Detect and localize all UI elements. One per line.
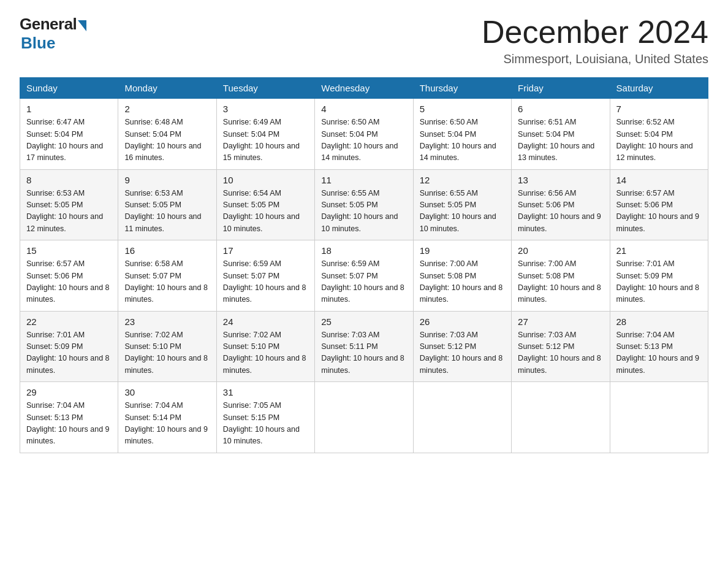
calendar-cell: 19Sunrise: 7:00 AMSunset: 5:08 PMDayligh… [413, 240, 511, 312]
calendar-cell: 27Sunrise: 7:03 AMSunset: 5:12 PMDayligh… [512, 311, 610, 382]
calendar-cell: 21Sunrise: 7:01 AMSunset: 5:09 PMDayligh… [610, 240, 708, 312]
calendar-cell: 14Sunrise: 6:57 AMSunset: 5:06 PMDayligh… [610, 169, 708, 240]
day-info: Sunrise: 6:53 AMSunset: 5:05 PMDaylight:… [26, 188, 112, 236]
calendar-cell: 28Sunrise: 7:04 AMSunset: 5:13 PMDayligh… [610, 311, 708, 382]
day-info: Sunrise: 7:02 AMSunset: 5:10 PMDaylight:… [124, 329, 210, 377]
day-number: 6 [518, 104, 603, 114]
calendar-cell: 26Sunrise: 7:03 AMSunset: 5:12 PMDayligh… [413, 311, 511, 382]
calendar-cell: 3Sunrise: 6:49 AMSunset: 5:04 PMDaylight… [216, 99, 314, 170]
day-number: 16 [124, 245, 210, 256]
logo-general-text: General [20, 15, 77, 34]
day-number: 5 [420, 104, 505, 114]
calendar-cell: 13Sunrise: 6:56 AMSunset: 5:06 PMDayligh… [512, 169, 610, 240]
calendar-cell: 31Sunrise: 7:05 AMSunset: 5:15 PMDayligh… [216, 382, 314, 453]
day-number: 13 [518, 175, 603, 185]
day-number: 14 [616, 175, 702, 185]
day-number: 25 [321, 316, 406, 327]
calendar-cell: 16Sunrise: 6:58 AMSunset: 5:07 PMDayligh… [118, 240, 216, 312]
day-info: Sunrise: 6:57 AMSunset: 5:06 PMDaylight:… [616, 188, 702, 236]
day-number: 27 [518, 316, 603, 327]
calendar-cell: 30Sunrise: 7:04 AMSunset: 5:14 PMDayligh… [118, 382, 216, 453]
column-header-saturday: Saturday [610, 78, 708, 99]
day-number: 18 [321, 245, 406, 256]
day-info: Sunrise: 7:04 AMSunset: 5:13 PMDaylight:… [26, 400, 112, 448]
logo: General Blue [20, 15, 86, 53]
calendar-cell: 18Sunrise: 6:59 AMSunset: 5:07 PMDayligh… [315, 240, 413, 312]
calendar-cell: 15Sunrise: 6:57 AMSunset: 5:06 PMDayligh… [20, 240, 118, 312]
calendar-cell [610, 382, 708, 453]
location-subtitle: Simmesport, Louisiana, United States [482, 52, 708, 66]
calendar-cell: 6Sunrise: 6:51 AMSunset: 5:04 PMDaylight… [512, 99, 610, 170]
column-header-wednesday: Wednesday [315, 78, 413, 99]
day-info: Sunrise: 7:05 AMSunset: 5:15 PMDaylight:… [223, 400, 308, 448]
day-number: 8 [26, 175, 112, 185]
calendar-cell: 11Sunrise: 6:55 AMSunset: 5:05 PMDayligh… [315, 169, 413, 240]
calendar-cell: 4Sunrise: 6:50 AMSunset: 5:04 PMDaylight… [315, 99, 413, 170]
calendar-cell: 9Sunrise: 6:53 AMSunset: 5:05 PMDaylight… [118, 169, 216, 240]
calendar-cell: 17Sunrise: 6:59 AMSunset: 5:07 PMDayligh… [216, 240, 314, 312]
calendar-week-row: 15Sunrise: 6:57 AMSunset: 5:06 PMDayligh… [20, 240, 708, 312]
day-number: 31 [223, 387, 308, 397]
day-number: 29 [26, 387, 112, 397]
day-number: 10 [223, 175, 308, 185]
page-header: General Blue December 2024 Simmesport, L… [20, 15, 708, 66]
day-number: 26 [420, 316, 505, 327]
day-number: 21 [616, 245, 702, 256]
day-info: Sunrise: 6:47 AMSunset: 5:04 PMDaylight:… [26, 117, 112, 164]
calendar-cell [413, 382, 511, 453]
day-number: 23 [124, 316, 210, 327]
day-info: Sunrise: 7:00 AMSunset: 5:08 PMDaylight:… [420, 258, 505, 306]
calendar-cell [512, 382, 610, 453]
day-number: 4 [321, 104, 406, 114]
day-number: 30 [124, 387, 210, 397]
column-header-friday: Friday [512, 78, 610, 99]
day-number: 7 [616, 104, 702, 114]
calendar-week-row: 8Sunrise: 6:53 AMSunset: 5:05 PMDaylight… [20, 169, 708, 240]
day-info: Sunrise: 6:53 AMSunset: 5:05 PMDaylight:… [124, 188, 210, 236]
day-info: Sunrise: 6:48 AMSunset: 5:04 PMDaylight:… [124, 117, 210, 164]
day-number: 2 [124, 104, 210, 114]
calendar-table: SundayMondayTuesdayWednesdayThursdayFrid… [20, 77, 708, 453]
column-header-sunday: Sunday [20, 78, 118, 99]
month-title: December 2024 [482, 15, 708, 50]
calendar-cell: 29Sunrise: 7:04 AMSunset: 5:13 PMDayligh… [20, 382, 118, 453]
calendar-cell: 1Sunrise: 6:47 AMSunset: 5:04 PMDaylight… [20, 99, 118, 170]
day-info: Sunrise: 7:01 AMSunset: 5:09 PMDaylight:… [26, 329, 112, 377]
calendar-week-row: 22Sunrise: 7:01 AMSunset: 5:09 PMDayligh… [20, 311, 708, 382]
calendar-cell: 25Sunrise: 7:03 AMSunset: 5:11 PMDayligh… [315, 311, 413, 382]
day-number: 24 [223, 316, 308, 327]
calendar-week-row: 29Sunrise: 7:04 AMSunset: 5:13 PMDayligh… [20, 382, 708, 453]
day-number: 3 [223, 104, 308, 114]
day-info: Sunrise: 7:03 AMSunset: 5:12 PMDaylight:… [420, 329, 505, 377]
day-info: Sunrise: 7:03 AMSunset: 5:11 PMDaylight:… [321, 329, 406, 377]
day-info: Sunrise: 6:51 AMSunset: 5:04 PMDaylight:… [518, 117, 603, 164]
calendar-cell: 23Sunrise: 7:02 AMSunset: 5:10 PMDayligh… [118, 311, 216, 382]
day-info: Sunrise: 7:03 AMSunset: 5:12 PMDaylight:… [518, 329, 603, 377]
calendar-cell: 7Sunrise: 6:52 AMSunset: 5:04 PMDaylight… [610, 99, 708, 170]
day-info: Sunrise: 7:02 AMSunset: 5:10 PMDaylight:… [223, 329, 308, 377]
day-info: Sunrise: 6:56 AMSunset: 5:06 PMDaylight:… [518, 188, 603, 236]
calendar-cell: 12Sunrise: 6:55 AMSunset: 5:05 PMDayligh… [413, 169, 511, 240]
calendar-cell: 2Sunrise: 6:48 AMSunset: 5:04 PMDaylight… [118, 99, 216, 170]
day-info: Sunrise: 7:04 AMSunset: 5:14 PMDaylight:… [124, 400, 210, 448]
day-info: Sunrise: 6:55 AMSunset: 5:05 PMDaylight:… [420, 188, 505, 236]
calendar-cell: 20Sunrise: 7:00 AMSunset: 5:08 PMDayligh… [512, 240, 610, 312]
day-info: Sunrise: 6:54 AMSunset: 5:05 PMDaylight:… [223, 188, 308, 236]
calendar-cell: 24Sunrise: 7:02 AMSunset: 5:10 PMDayligh… [216, 311, 314, 382]
day-number: 1 [26, 104, 112, 114]
calendar-cell [315, 382, 413, 453]
day-info: Sunrise: 6:49 AMSunset: 5:04 PMDaylight:… [223, 117, 308, 164]
day-info: Sunrise: 7:04 AMSunset: 5:13 PMDaylight:… [616, 329, 702, 377]
day-info: Sunrise: 6:50 AMSunset: 5:04 PMDaylight:… [420, 117, 505, 164]
day-info: Sunrise: 6:50 AMSunset: 5:04 PMDaylight:… [321, 117, 406, 164]
column-header-tuesday: Tuesday [216, 78, 314, 99]
logo-arrow-icon [78, 20, 86, 31]
column-header-monday: Monday [118, 78, 216, 99]
calendar-cell: 5Sunrise: 6:50 AMSunset: 5:04 PMDaylight… [413, 99, 511, 170]
calendar-cell: 8Sunrise: 6:53 AMSunset: 5:05 PMDaylight… [20, 169, 118, 240]
day-number: 11 [321, 175, 406, 185]
day-number: 15 [26, 245, 112, 256]
calendar-cell: 22Sunrise: 7:01 AMSunset: 5:09 PMDayligh… [20, 311, 118, 382]
day-number: 9 [124, 175, 210, 185]
day-info: Sunrise: 6:59 AMSunset: 5:07 PMDaylight:… [223, 258, 308, 306]
